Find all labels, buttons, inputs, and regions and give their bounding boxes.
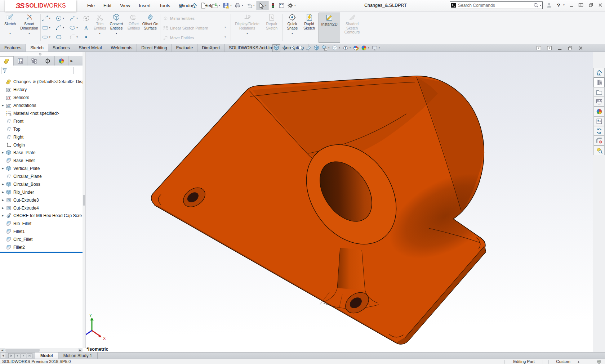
- splitter-handle-icon[interactable]: [39, 53, 41, 55]
- print-button[interactable]: ▼: [233, 1, 245, 10]
- menu-view[interactable]: View: [116, 3, 134, 8]
- select-tool-button[interactable]: ▼: [257, 1, 268, 10]
- tree-item-vertical-plate[interactable]: ▶Vertical_Plate: [0, 165, 83, 172]
- tree-vertical-scrollbar[interactable]: [83, 51, 86, 348]
- menu-insert[interactable]: Insert: [134, 3, 155, 8]
- tab-surfaces[interactable]: Surfaces: [48, 44, 74, 51]
- text-tool-button[interactable]: [83, 23, 89, 32]
- zoom-to-fit-button[interactable]: [281, 45, 288, 51]
- tab-direct-editing[interactable]: Direct Editing: [137, 44, 172, 51]
- tree-item-cut-extrude3[interactable]: ▶Cut-Extrude3: [0, 196, 83, 204]
- expand-right-pane-icon[interactable]: [547, 45, 552, 51]
- tree-item-front-plane[interactable]: Front: [0, 117, 83, 125]
- tree-filter-input[interactable]: [1, 67, 74, 74]
- help-button[interactable]: ?: [556, 1, 561, 9]
- chevron-down-icon[interactable]: ▼: [218, 4, 221, 6]
- expand-arrow-icon[interactable]: ▶: [0, 183, 6, 186]
- tree-item-top-plane[interactable]: Top: [0, 125, 83, 133]
- convert-entities-button[interactable]: Convert Entities ▼: [108, 13, 125, 36]
- configurationmanager-tab[interactable]: [27, 56, 41, 66]
- chevron-down-icon[interactable]: ▼: [230, 4, 232, 6]
- chevron-down-icon[interactable]: ▼: [2, 31, 18, 36]
- tree-item-base-plate[interactable]: ▶Base_Plate: [0, 149, 83, 157]
- sketch-button[interactable]: Sketch ▼: [2, 13, 18, 36]
- menu-file[interactable]: File: [83, 3, 99, 8]
- task-pane-design-library-button[interactable]: [593, 77, 605, 87]
- displaymanager-tab[interactable]: [55, 56, 68, 66]
- sketch-fillet-button[interactable]: ▼: [69, 33, 78, 41]
- search-icon[interactable]: [533, 3, 539, 8]
- chevron-down-icon[interactable]: ▼: [49, 36, 51, 38]
- dynamic-annotation-views-button[interactable]: [313, 45, 320, 51]
- restore-window-button[interactable]: [587, 1, 595, 9]
- sketch-picture-button[interactable]: [83, 14, 89, 23]
- instant2d-button[interactable]: Instant2D: [319, 13, 340, 43]
- offset-on-surface-button[interactable]: Offset On Surface: [142, 13, 159, 31]
- chevron-down-icon[interactable]: ▼: [108, 31, 125, 36]
- spline-tool-button[interactable]: ▼: [69, 14, 78, 23]
- model-tab[interactable]: Model: [35, 352, 58, 359]
- chevron-down-icon[interactable]: ▼: [241, 4, 244, 6]
- tree-item-rib-under[interactable]: ▶Rib_Under: [0, 188, 83, 196]
- chevron-down-icon[interactable]: ▼: [294, 4, 296, 6]
- expand-arrow-icon[interactable]: ▶: [0, 199, 6, 202]
- status-units-selector[interactable]: Custom: [551, 359, 576, 364]
- linear-sketch-pattern-button[interactable]: Linear Sketch Pattern: [163, 24, 208, 32]
- section-view-button[interactable]: [305, 45, 312, 51]
- chevron-down-icon[interactable]: ▼: [349, 47, 351, 49]
- arc-tool-button[interactable]: ▼: [55, 23, 64, 32]
- task-pane-forum-button[interactable]: [593, 126, 605, 136]
- tab-evaluate[interactable]: Evaluate: [172, 44, 198, 51]
- chevron-down-icon[interactable]: ▼: [207, 4, 209, 6]
- tree-item-cut-extrude4[interactable]: ▶Cut-Extrude4: [0, 204, 83, 212]
- mirror-entities-button[interactable]: Mirror Entities: [163, 15, 195, 22]
- tree-item-base-fillet[interactable]: Base_Fillet: [0, 157, 83, 165]
- motion-study-tab[interactable]: Motion Study 1: [58, 352, 98, 359]
- part-3d-view[interactable]: Y Z X *Isometric: [85, 51, 593, 352]
- view-orientation-button[interactable]: ▼: [321, 45, 330, 51]
- close-document-icon[interactable]: [578, 45, 583, 51]
- circle-tool-button[interactable]: ▼: [55, 14, 64, 23]
- chevron-down-icon[interactable]: ▼: [285, 31, 300, 36]
- scrollbar-thumb[interactable]: [83, 195, 85, 206]
- span-displays-button[interactable]: [577, 1, 584, 9]
- save-button[interactable]: ▼: [222, 1, 233, 10]
- search-input[interactable]: [457, 3, 533, 8]
- next-study-button[interactable]: [21, 353, 26, 358]
- apply-scene-button[interactable]: ▼: [360, 45, 370, 51]
- chevron-up-icon[interactable]: ▲: [577, 359, 580, 364]
- ellipse-tool-button[interactable]: ▼: [69, 23, 78, 32]
- tree-item-rib-fillet[interactable]: Rib_Fillet: [0, 220, 83, 228]
- expand-arrow-icon[interactable]: ▶: [0, 167, 6, 170]
- tree-item-history[interactable]: History: [0, 86, 83, 94]
- menu-edit[interactable]: Edit: [99, 3, 116, 8]
- chevron-down-icon[interactable]: ▼: [76, 36, 78, 38]
- tab-sketch[interactable]: Sketch: [26, 44, 48, 51]
- expand-arrow-icon[interactable]: ▶: [0, 104, 6, 107]
- previous-view-button[interactable]: [297, 45, 304, 51]
- rectangle-tool-button[interactable]: ▼: [42, 23, 51, 32]
- rebuild-button[interactable]: [269, 1, 277, 10]
- quick-snaps-button[interactable]: Quick Snaps ▼: [285, 13, 300, 36]
- task-pane-custom-properties-button[interactable]: [593, 116, 605, 126]
- hide-show-items-button[interactable]: ▼: [342, 45, 352, 51]
- chevron-down-icon[interactable]: ▼: [92, 31, 107, 36]
- rapid-sketch-button[interactable]: Rapid Sketch: [301, 13, 317, 31]
- featuremanager-tab[interactable]: [0, 56, 14, 66]
- options-button[interactable]: ▼: [286, 1, 297, 10]
- tree-item-circular-plane[interactable]: Circular_Plane: [0, 172, 83, 180]
- shaded-sketch-contours-button[interactable]: Shaded Sketch Contours: [342, 13, 362, 35]
- point-tool-button[interactable]: [83, 33, 89, 41]
- tab-solidworks-add-ins[interactable]: SOLIDWORKS Add-Ins: [224, 44, 279, 51]
- more-tabs-chevron[interactable]: ▶: [68, 56, 75, 66]
- chevron-down-icon[interactable]: ▼: [49, 17, 51, 19]
- chevron-down-icon[interactable]: ▼: [368, 47, 369, 49]
- propertymanager-tab[interactable]: [14, 56, 27, 66]
- repair-sketch-button[interactable]: Repair Sketch: [263, 13, 280, 31]
- tree-item-annotations[interactable]: ▶Annotations: [0, 102, 83, 109]
- expand-arrow-icon[interactable]: ▶: [0, 214, 6, 217]
- help-menu-chevron[interactable]: ▼: [561, 1, 566, 9]
- line-tool-button[interactable]: ▼: [42, 14, 51, 23]
- slot-tool-button[interactable]: ▼: [42, 33, 51, 41]
- zoom-to-area-button[interactable]: [289, 45, 296, 51]
